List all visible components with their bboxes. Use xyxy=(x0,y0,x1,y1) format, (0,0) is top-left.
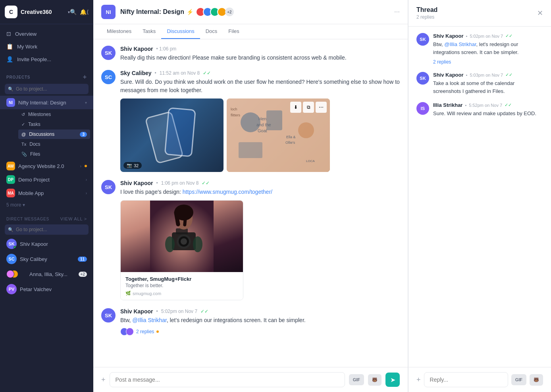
overview-icon: ⊡ xyxy=(6,31,11,37)
replies-dot xyxy=(156,330,159,333)
image-thumb-1[interactable]: 📷 32 xyxy=(120,98,223,172)
project-item-ni[interactable]: NI Nifty Internal: Design ▾ xyxy=(0,96,93,109)
thread-time-3-val: 5:52pm on Nov 7 xyxy=(469,103,502,108)
project-title: Nifty Internal: Design ⚡ +2 xyxy=(120,7,389,17)
msg-avatar-prev: SK xyxy=(101,46,116,60)
reply-avatar-2 xyxy=(126,328,134,336)
dm-section-header: DIRECT MESSAGES View all > xyxy=(0,213,93,223)
tab-milestones[interactable]: Milestones xyxy=(101,24,137,39)
project-chevron-dp: › xyxy=(86,178,87,182)
thread-emoji-button[interactable]: 🐻 xyxy=(530,374,543,386)
dm-multi-avatar xyxy=(6,269,21,279)
project-name-ma: Mobile App xyxy=(18,190,83,196)
thread-gif-button[interactable]: GIF xyxy=(511,374,526,385)
thread-header: Thread 2 replies ✕ xyxy=(408,0,551,27)
subnav-files[interactable]: 📎 Files xyxy=(18,149,90,159)
thread-check-3: ✓✓ xyxy=(505,102,512,108)
svg-text:Ollie's: Ollie's xyxy=(285,141,295,145)
dm-search-icon: 🔍 xyxy=(8,227,13,232)
svg-rect-2 xyxy=(266,110,282,130)
svg-point-18 xyxy=(181,238,187,245)
project-item-ma[interactable]: MA Mobile App › xyxy=(0,186,93,200)
msg-link[interactable]: https://www.smugmug.com/together/ xyxy=(183,189,272,195)
msg-mention[interactable]: @Illia Strikhar xyxy=(132,317,167,323)
dm-item-sky[interactable]: SC Sky Calibey 11 xyxy=(0,251,93,266)
thread-reply-input[interactable] xyxy=(424,372,508,387)
thread-sub-replies-text: 2 replies xyxy=(433,59,451,65)
project-chevron-aw: › xyxy=(80,164,81,168)
subnav-discussions[interactable]: @ Discussions 3 xyxy=(18,129,90,139)
subnav-tasks[interactable]: ✓ Tasks xyxy=(18,120,90,129)
thread-sub-replies[interactable]: 2 replies xyxy=(433,59,543,65)
project-avatar-ni: NI xyxy=(6,98,15,107)
msg-text-prefix: I love this page's design: xyxy=(120,189,183,195)
dm-item-petar[interactable]: PV Petar Valchev xyxy=(0,282,93,297)
dm-name-petar: Petar Valchev xyxy=(20,286,87,292)
more-projects-button[interactable]: 5 more ▾ xyxy=(0,200,93,210)
tab-discussions[interactable]: Discussions xyxy=(161,24,200,39)
sidebar-item-overview[interactable]: ⊡ Overview xyxy=(0,27,93,40)
msg-content-shiv-mention: Shiv Kapoor • 5:02pm on Nov 7 ✓✓ Btw, @I… xyxy=(120,308,400,336)
messages-area: SK Shiv Kapoor • 1:06 pm Really dig this… xyxy=(93,39,408,367)
dm-item-group[interactable]: Anna, Illia, Sky... +2 xyxy=(0,266,93,282)
project-item-dp[interactable]: DP Demo Project › xyxy=(0,173,93,186)
add-project-button[interactable]: + xyxy=(83,73,87,81)
ni-sub-nav: ↺ Milestones ✓ Tasks @ Discussions 3 Tx … xyxy=(0,109,93,159)
dm-avatar-petar: PV xyxy=(6,284,17,294)
thread-close-button[interactable]: ✕ xyxy=(537,9,543,17)
thread-text-1: Btw, @Illia Strikhar, let's redesign our… xyxy=(433,41,543,56)
sidebar: C Creative360 ▾ 🔍 🔔 ⟨ ⊡ Overview 📋 My Wo… xyxy=(0,0,93,392)
image-thumb-2[interactable]: Hen and the Goat flitters loch Ella & Ol… xyxy=(227,98,330,172)
attach-button[interactable]: + xyxy=(101,376,106,384)
msg-author-shiv-link: Shiv Kapoor xyxy=(120,180,153,186)
thread-avatar-1: SK xyxy=(416,33,429,46)
link-preview-info: Together, SmugMug+Flickr Together is bet… xyxy=(121,272,243,300)
copy-button[interactable]: ⧉ xyxy=(303,102,314,113)
sidebar-item-my-work[interactable]: 📋 My Work xyxy=(0,40,93,53)
project-item-aw[interactable]: AW Agency Website 2.0 › xyxy=(0,159,93,173)
image-count: 32 xyxy=(134,163,139,168)
msg-check-sky: ✓✓ xyxy=(203,70,211,76)
thread-attach-button[interactable]: + xyxy=(416,376,421,384)
msg-content-prev: Shiv Kapoor • 1:06 pm Really dig this ne… xyxy=(120,46,400,62)
dm-view-all-button[interactable]: View all > xyxy=(60,216,87,221)
tab-files[interactable]: Files xyxy=(223,24,245,39)
subnav-tasks-label: Tasks xyxy=(28,122,40,127)
search-icon[interactable]: 🔍 xyxy=(70,9,77,15)
project-search-input[interactable] xyxy=(5,84,89,94)
gif-button[interactable]: GIF xyxy=(349,374,364,385)
message-input[interactable] xyxy=(110,372,345,387)
more-button[interactable]: ⋯ xyxy=(316,102,327,113)
subnav-milestones[interactable]: ↺ Milestones xyxy=(18,110,90,119)
sidebar-item-invite[interactable]: 👤 Invite People... xyxy=(0,53,93,66)
msg-text-suffix-mention: , let's redesign our integrations screen… xyxy=(167,317,306,323)
thread-mention-1[interactable]: @Illia Strikhar xyxy=(444,41,476,47)
send-icon: ➤ xyxy=(390,376,395,384)
msg-content-sky: Sky Calibey • 11:52 am on Nov 8 ✓✓ Sure.… xyxy=(120,70,400,172)
replies-indicator[interactable]: 2 replies xyxy=(120,328,400,336)
message-shiv-mention: SK Shiv Kapoor • 5:02pm on Nov 7 ✓✓ Btw,… xyxy=(101,308,400,336)
collapse-sidebar-button[interactable]: ⟨ xyxy=(87,9,89,15)
download-button[interactable]: ⬇ xyxy=(290,102,301,113)
invite-icon: 👤 xyxy=(6,56,13,62)
dm-search-wrapper: 🔍 xyxy=(0,223,93,236)
tasks-icon: ✓ xyxy=(21,122,25,127)
more-options-icon[interactable]: ⋯ xyxy=(394,9,400,15)
subnav-docs[interactable]: Tx Docs xyxy=(18,139,90,149)
link-preview[interactable]: Together, SmugMug+Flickr Together is bet… xyxy=(120,200,243,300)
svg-point-3 xyxy=(298,122,314,138)
notifications-icon[interactable]: 🔔 xyxy=(80,9,87,15)
msg-content-shiv-link: Shiv Kapoor • 1:06 pm on Nov 8 ✓✓ I love… xyxy=(120,180,400,300)
dm-search-input[interactable] xyxy=(5,224,89,235)
member-avatars: +2 xyxy=(196,7,234,17)
lightning-icon: ⚡ xyxy=(187,9,193,15)
camera-person-image xyxy=(121,201,243,272)
tab-docs[interactable]: Docs xyxy=(200,24,223,39)
send-button[interactable]: ➤ xyxy=(385,373,400,387)
message-image-grid: 📷 32 xyxy=(120,98,400,172)
files-icon: 📎 xyxy=(21,152,27,157)
tab-tasks[interactable]: Tasks xyxy=(137,24,161,39)
msg-time-shiv-link-val: 1:06 pm on Nov 8 xyxy=(161,180,199,186)
emoji-button[interactable]: 🐻 xyxy=(368,374,381,386)
dm-item-shiv[interactable]: SK Shiv Kapoor xyxy=(0,236,93,251)
